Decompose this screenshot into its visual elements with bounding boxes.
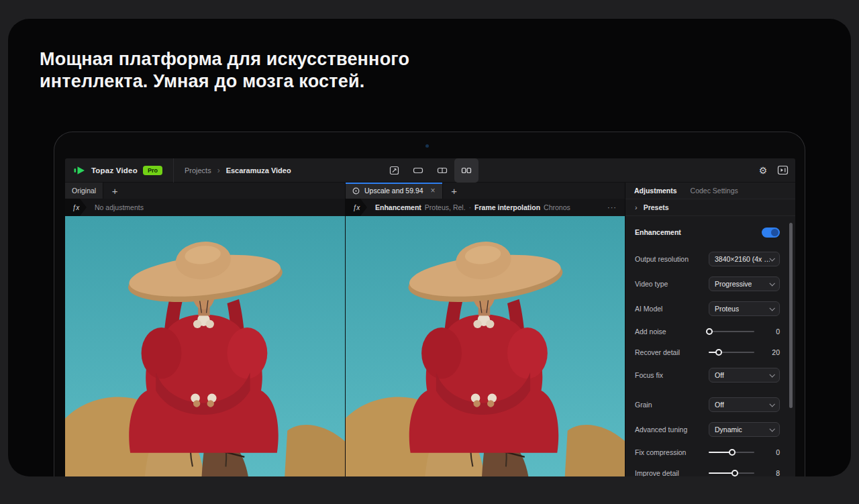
ai-model-row: AI Model Proteus [625,296,795,321]
tab-codec-settings[interactable]: Codec Settings [691,187,738,195]
original-info-text: No adjustments [95,203,144,211]
workspace: Original + ƒx No adjustments [65,183,795,476]
enhancement-row: Enhancement [625,222,795,242]
fix-compression-slider[interactable] [709,448,754,456]
focus-fix-row: Focus fix Off [625,362,795,387]
tab-original[interactable]: Original [65,183,103,199]
fx-icon: ƒx [65,199,87,216]
tab-upscale[interactable]: Upscale and 59.94 × [346,183,443,199]
improve-detail-row: Improve detail 8 [625,462,795,476]
breadcrumb: Projects › Escaramuza Video [174,166,291,175]
original-video-preview[interactable] [65,216,345,476]
focus-fix-value: Off [715,371,724,379]
sidebar-scrollbar[interactable] [789,223,793,408]
app-screen: Topaz Video Pro Projects › Escaramuza Vi… [65,158,795,476]
grain-dropdown[interactable]: Off [709,397,780,412]
sidebar-content: Enhancement Output resolution 3840×2160 … [625,216,795,476]
video-type-row: Video type Progressive [625,271,795,296]
advanced-tuning-value: Dynamic [715,425,742,434]
upscale-video-preview[interactable] [346,216,625,476]
single-view-button[interactable] [406,158,430,183]
presets-label: Presets [644,203,669,211]
original-pane: Original + ƒx No adjustments [65,183,346,476]
settings-gear-icon[interactable]: ⚙ [754,165,772,176]
page-background: Мощная платформа для искусственного инте… [0,0,859,504]
original-tabstrip: Original + [65,183,345,199]
fit-screen-view-button[interactable] [382,158,406,183]
recover-detail-slider[interactable] [709,348,754,356]
video-type-value: Progressive [715,280,752,288]
upscale-video-frame [346,216,625,476]
output-resolution-dropdown[interactable]: 3840×2160 (4x … [709,252,780,266]
slider-knob[interactable] [715,349,722,356]
recover-detail-label: Recover detail [635,348,680,356]
add-view-button-right[interactable]: + [443,183,466,199]
enhancement-info-value: Proteus, Rel. [425,203,466,211]
chevron-down-icon [769,305,774,311]
add-noise-slider[interactable] [709,327,754,336]
improve-detail-label: Improve detail [635,469,679,477]
fix-compression-label: Fix compression [635,448,686,456]
upscale-info-text: Enhancement Proteus, Rel. · Frame interp… [375,203,570,211]
add-noise-label: Add noise [635,327,666,336]
tab-original-label: Original [72,187,96,195]
tab-adjustments[interactable]: Adjustments [634,187,677,195]
export-panel-icon[interactable] [777,165,789,175]
ai-model-value: Proteus [715,305,739,313]
app-topbar: Topaz Video Pro Projects › Escaramuza Vi… [65,158,795,183]
fix-compression-row: Fix compression 0 [625,442,795,462]
hero-card: Мощная платформа для искусственного инте… [8,19,851,476]
fit-screen-icon [389,166,399,175]
improve-detail-slider[interactable] [709,469,754,477]
video-type-dropdown[interactable]: Progressive [709,276,780,291]
page-title-line1: Мощная платформа для искусственного [40,48,409,70]
breadcrumb-separator-icon: › [217,166,220,175]
no-adjustments-label: No adjustments [95,203,144,211]
fx-icon: ƒx [346,199,367,216]
recover-detail-value: 20 [754,348,780,356]
page-title: Мощная платформа для искусственного инте… [40,48,409,93]
topaz-logo-icon [74,166,86,175]
topbar-right-actions: ⚙ [754,165,795,176]
output-resolution-label: Output resolution [635,255,689,263]
upscale-infobar: ƒx Enhancement Proteus, Rel. · Frame int… [346,199,625,216]
info-separator: · [469,203,472,211]
chevron-right-icon: › [635,203,638,211]
original-video-frame [65,216,345,476]
slider-knob[interactable] [729,449,736,456]
upscale-pane: Upscale and 59.94 × + ƒx Enhancement Pro… [346,183,625,476]
breadcrumb-projects[interactable]: Projects [185,166,211,174]
add-noise-row: Add noise 0 [625,321,795,342]
toggle-knob [771,229,778,236]
tab-upscale-label: Upscale and 59.94 [364,187,423,195]
add-noise-value: 0 [754,327,780,336]
advanced-tuning-dropdown[interactable]: Dynamic [709,422,780,437]
enhancement-toggle[interactable] [762,228,780,238]
split-view-button[interactable] [430,158,454,183]
ai-model-dropdown[interactable]: Proteus [709,301,780,316]
output-resolution-row: Output resolution 3840×2160 (4x … [625,246,795,271]
original-infobar: ƒx No adjustments [65,199,345,216]
focus-fix-label: Focus fix [635,371,663,379]
focus-fix-dropdown[interactable]: Off [709,368,780,383]
slider-knob[interactable] [731,470,738,476]
advanced-tuning-row: Advanced tuning Dynamic [625,417,795,442]
side-by-side-view-button[interactable] [454,158,478,183]
tab-close-icon[interactable]: × [431,186,436,195]
brand-group: Topaz Video Pro [65,158,173,182]
video-type-label: Video type [635,280,668,288]
chevron-down-icon [769,426,774,432]
split-view-icon [437,166,448,175]
slider-knob[interactable] [706,328,713,335]
tablet-mockup: Topaz Video Pro Projects › Escaramuza Vi… [54,132,805,476]
sidebar-tabs: Adjustments Codec Settings [625,183,795,199]
enhancement-info-label: Enhancement [375,203,421,211]
chevron-down-icon [769,281,774,286]
add-view-button-left[interactable]: + [103,183,126,199]
chevron-down-icon [769,401,774,407]
more-options-icon[interactable]: ··· [607,203,617,211]
advanced-tuning-label: Advanced tuning [635,425,687,434]
presets-section-header[interactable]: › Presets [625,199,795,216]
improve-detail-value: 8 [754,469,780,477]
page-title-line2: интеллекта. Умная до мозга костей. [40,70,409,93]
